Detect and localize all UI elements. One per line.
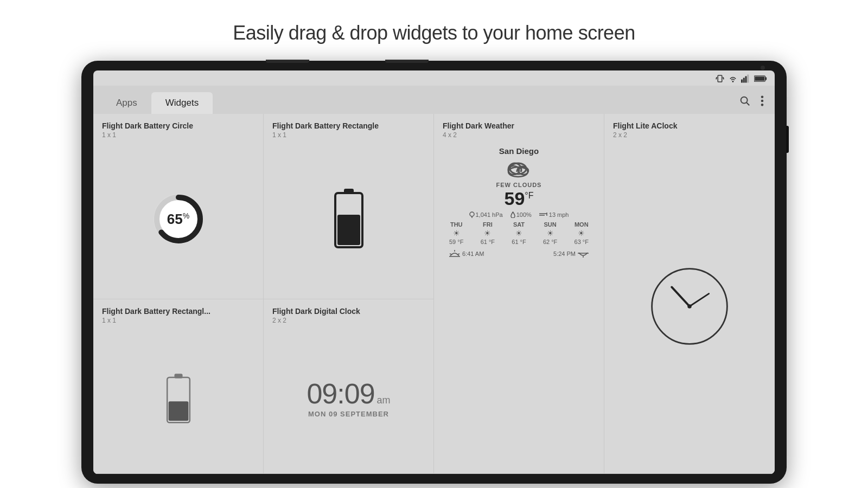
widget-cell-weather[interactable]: Flight Dark Weather 4 x 2 San Diego	[434, 114, 604, 474]
svg-point-15	[761, 95, 764, 98]
digital-clock-display: 09:09 am MON 09 SEPTEMBER	[307, 380, 390, 418]
widget-cell-digital-clock[interactable]: Flight Dark Digital Clock 2 x 2 09:09 am…	[264, 299, 434, 474]
svg-rect-23	[337, 215, 360, 245]
widget-size-battery-rect2: 1 x 1	[102, 317, 254, 324]
weather-city: San Diego	[447, 146, 591, 156]
widget-title-clock: Flight Lite AClock	[613, 121, 766, 130]
svg-rect-12	[755, 76, 764, 81]
digital-date-text: MON 09 SEPTEMBER	[308, 410, 389, 418]
forecast-mon: MON ☀ 63 °F	[575, 221, 589, 245]
widget-cell-analog-clock[interactable]: Flight Lite AClock 2 x 2	[604, 114, 775, 474]
tab-actions	[739, 95, 764, 110]
svg-line-38	[458, 254, 459, 254]
humidity-stat: 100%	[510, 211, 532, 218]
wifi-icon	[728, 74, 738, 85]
svg-point-45	[687, 304, 692, 309]
widget-size-battery-circle: 1 x 1	[102, 131, 254, 139]
svg-point-16	[761, 100, 764, 102]
camera	[761, 66, 765, 70]
battery-circle-display: 65%	[149, 189, 208, 249]
svg-line-37	[450, 254, 451, 254]
widget-preview-digital-clock: 09:09 am MON 09 SEPTEMBER	[272, 330, 425, 468]
vibrate-icon	[715, 74, 725, 85]
svg-rect-48	[168, 401, 188, 421]
widget-cell-battery-circle[interactable]: Flight Dark Battery Circle 1 x 1 65%	[93, 114, 264, 299]
svg-rect-6	[741, 80, 743, 83]
svg-line-43	[672, 287, 690, 306]
wind-stat: 13 mph	[539, 211, 569, 218]
svg-line-44	[690, 293, 709, 306]
svg-point-17	[761, 104, 764, 106]
more-icon[interactable]	[761, 95, 764, 110]
tab-widgets[interactable]: Widgets	[151, 92, 213, 114]
widget-preview-weather: San Diego	[443, 144, 595, 468]
svg-rect-8	[745, 76, 747, 83]
weather-icon	[447, 158, 591, 179]
svg-rect-7	[743, 78, 745, 83]
svg-rect-0	[718, 75, 722, 82]
svg-point-13	[741, 97, 748, 104]
svg-line-14	[746, 102, 749, 105]
weather-sun-times: 6:41 AM 5:24 PM	[447, 249, 591, 258]
battery-status-icon	[754, 75, 767, 84]
widget-preview-battery-rect	[272, 144, 425, 293]
tab-apps[interactable]: Apps	[102, 92, 151, 114]
weather-condition: FEW CLOUDS	[447, 182, 591, 188]
svg-rect-22	[344, 189, 354, 194]
widget-preview-clock	[613, 144, 766, 468]
signal-icon	[741, 74, 751, 85]
weather-display: San Diego	[443, 144, 595, 260]
widget-size-battery-rect: 1 x 1	[272, 131, 425, 139]
tablet-frame: Apps Widgets	[81, 61, 787, 484]
weather-forecast: THU ☀ 59 °F FRI ☀ 61 °F SAT	[447, 221, 591, 245]
pressure-stat: 1,041 hPa	[469, 211, 503, 218]
battery-percent-text: 65%	[167, 210, 189, 227]
widget-size-clock: 2 x 2	[613, 131, 766, 139]
widget-size-digital-clock: 2 x 2	[272, 317, 425, 324]
widget-grid: Flight Dark Battery Circle 1 x 1 65%	[93, 114, 775, 474]
sunrise-time: 6:41 AM	[449, 249, 484, 258]
widget-title-battery-rect2: Flight Dark Battery Rectangl...	[102, 307, 254, 316]
forecast-sat: SAT ☀ 61 °F	[512, 221, 526, 245]
tab-bar: Apps Widgets	[93, 86, 775, 114]
widget-title-digital-clock: Flight Dark Digital Clock	[272, 307, 425, 316]
widget-preview-battery-circle: 65%	[102, 144, 254, 293]
forecast-thu: THU ☀ 59 °F	[449, 221, 463, 245]
weather-stats: 1,041 hPa 100% 13 mph	[447, 211, 591, 218]
weather-temp: 59°F	[447, 188, 591, 209]
forecast-fri: FRI ☀ 61 °F	[481, 221, 495, 245]
power-button	[786, 126, 789, 153]
widget-title-battery-circle: Flight Dark Battery Circle	[102, 121, 254, 130]
svg-point-31	[470, 212, 474, 216]
digital-time-suffix: am	[377, 395, 391, 406]
widget-cell-battery-rect[interactable]: Flight Dark Battery Rectangle 1 x 1	[264, 114, 434, 299]
search-icon[interactable]	[739, 95, 751, 110]
svg-rect-9	[747, 75, 749, 83]
widget-title-battery-rect: Flight Dark Battery Rectangle	[272, 121, 425, 130]
digital-time-text: 09:09	[307, 380, 374, 408]
svg-point-5	[732, 81, 733, 82]
widget-cell-battery-rect2[interactable]: Flight Dark Battery Rectangl... 1 x 1	[93, 299, 264, 474]
page-headline: Easily drag & drop widgets to your home …	[233, 22, 635, 44]
tablet-screen: Apps Widgets	[93, 70, 775, 474]
widget-size-weather: 4 x 2	[443, 131, 595, 139]
sunset-time: 5:24 PM	[553, 249, 589, 258]
svg-rect-47	[174, 374, 182, 378]
forecast-sun: SUN ☀ 62 °F	[543, 221, 557, 245]
widget-title-weather: Flight Dark Weather	[443, 121, 595, 130]
widget-preview-battery-rect2	[102, 330, 254, 468]
svg-rect-11	[765, 77, 767, 80]
